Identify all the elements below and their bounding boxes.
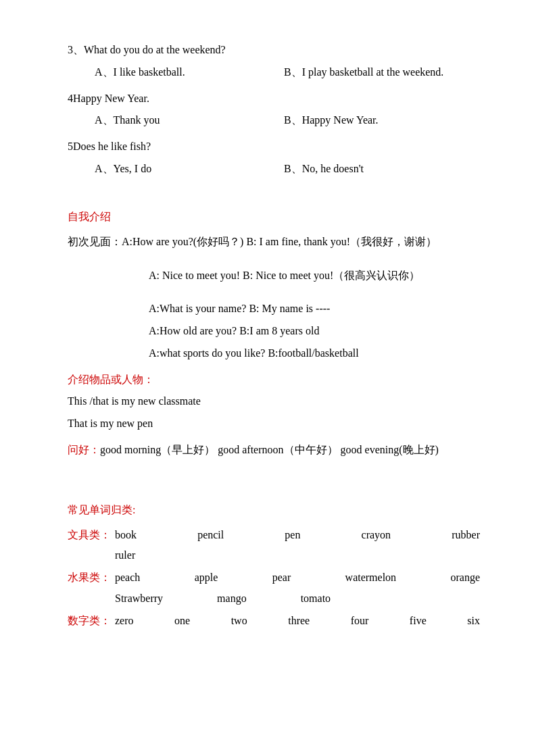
q4-option-a: A、Thank you bbox=[95, 111, 284, 130]
numbers-label: 数字类： bbox=[68, 611, 115, 631]
fruits-item-1: apple bbox=[195, 568, 218, 588]
q4-number: 4 bbox=[68, 93, 73, 104]
question-5-text: 5Does he like fish? bbox=[68, 137, 480, 157]
fruits-item-4: orange bbox=[450, 568, 480, 588]
first-meet-text: 初次见面：A:How are you?(你好吗？) B: I am fine, … bbox=[68, 236, 437, 247]
q4-option-b: B、Happy New Year. bbox=[284, 111, 480, 130]
q3-option-a: A、I like basketball. bbox=[95, 63, 284, 82]
intro-section: 介绍物品或人物： This /that is my new classmate … bbox=[68, 370, 480, 434]
intro-line2: That is my new pen bbox=[68, 414, 480, 434]
number-item-6: six bbox=[467, 611, 480, 631]
question-4-text: 4Happy New Year. bbox=[68, 89, 480, 109]
q3-option-b: B、I play basketball at the weekend. bbox=[284, 63, 480, 82]
stationery-row: 文具类： book pencil pen crayon rubber ruler bbox=[68, 526, 480, 566]
self-intro-name: A:What is your name? B: My name is ---- … bbox=[149, 299, 480, 363]
nice-meet-text: A: Nice to meet you! B: Nice to meet you… bbox=[149, 270, 420, 281]
number-item-2: two bbox=[231, 611, 247, 631]
fruits-item-3: watermelon bbox=[345, 568, 397, 588]
self-intro-section: 自我介绍 初次见面：A:How are you?(你好吗？) B: I am f… bbox=[68, 207, 480, 363]
stationery-item-3: crayon bbox=[362, 526, 391, 545]
question-4: 4Happy New Year. A、Thank you B、Happy New… bbox=[68, 89, 480, 131]
self-intro-nice-meet: A: Nice to meet you! B: Nice to meet you… bbox=[149, 266, 480, 286]
stationery-extra: ruler bbox=[115, 546, 480, 565]
fruits-extra1: Strawberry bbox=[115, 589, 163, 609]
self-intro-heading: 自我介绍 bbox=[68, 207, 480, 227]
q5-option-a: A、Yes, I do bbox=[95, 159, 284, 179]
self-intro-first-meet: 初次见面：A:How are you?(你好吗？) B: I am fine, … bbox=[68, 232, 480, 252]
fruits-label: 水果类： bbox=[68, 568, 115, 588]
greetings-label: 问好： bbox=[68, 444, 100, 455]
numbers-row: 数字类： zero one two three four five six bbox=[68, 611, 480, 631]
fruits-extra3: tomato bbox=[301, 589, 331, 609]
q3-question: What do you do at the weekend? bbox=[84, 44, 226, 55]
stationery-label: 文具类： bbox=[68, 526, 115, 545]
number-item-1: one bbox=[174, 611, 190, 631]
intro-line1: This /that is my new classmate bbox=[68, 392, 480, 411]
fruits-row: 水果类： peach apple pear watermelon orange … bbox=[68, 568, 480, 609]
greetings-section: 问好：good morning（早上好） good afternoon（中午好）… bbox=[68, 440, 480, 460]
stationery-item-4: rubber bbox=[452, 526, 480, 545]
q5-option-b: B、No, he doesn't bbox=[284, 159, 480, 179]
q5-options: A、Yes, I do B、No, he doesn't bbox=[95, 159, 480, 179]
stationery-item-2: pen bbox=[285, 526, 300, 545]
q5-question: Does he like fish? bbox=[73, 141, 151, 152]
question-5: 5Does he like fish? A、Yes, I do B、No, he… bbox=[68, 137, 480, 179]
question-3: 3、What do you do at the weekend? A、I lik… bbox=[68, 41, 480, 82]
age-line: A:How old are you? B:I am 8 years old bbox=[149, 322, 480, 341]
q4-options: A、Thank you B、Happy New Year. bbox=[95, 111, 480, 130]
question-3-text: 3、What do you do at the weekend? bbox=[68, 41, 480, 60]
q5-number: 5 bbox=[68, 141, 73, 152]
number-item-4: four bbox=[351, 611, 369, 631]
stationery-item-1: pencil bbox=[197, 526, 224, 545]
number-item-5: five bbox=[410, 611, 427, 631]
greetings-content: good morning（早上好） good afternoon（中午好） go… bbox=[100, 444, 439, 455]
vocab-heading: 常见单词归类: bbox=[68, 501, 480, 520]
q3-number: 3、 bbox=[68, 44, 84, 55]
stationery-item-0: book bbox=[115, 526, 137, 545]
fruits-item-0: peach bbox=[115, 568, 140, 588]
q3-options: A、I like basketball. B、I play basketball… bbox=[95, 63, 480, 82]
number-item-3: three bbox=[288, 611, 310, 631]
greetings-line: 问好：good morning（早上好） good afternoon（中午好）… bbox=[68, 440, 480, 460]
fruits-item-2: pear bbox=[272, 568, 291, 588]
name-line: A:What is your name? B: My name is ---- bbox=[149, 299, 480, 319]
q4-question: Happy New Year. bbox=[73, 93, 149, 104]
intro-heading: 介绍物品或人物： bbox=[68, 370, 480, 390]
number-item-0: zero bbox=[115, 611, 134, 631]
vocabulary-section: 常见单词归类: 文具类： book pencil pen crayon rubb… bbox=[68, 501, 480, 631]
sports-line: A:what sports do you like? B:football/ba… bbox=[149, 344, 480, 363]
fruits-extra2: mango bbox=[217, 589, 247, 609]
